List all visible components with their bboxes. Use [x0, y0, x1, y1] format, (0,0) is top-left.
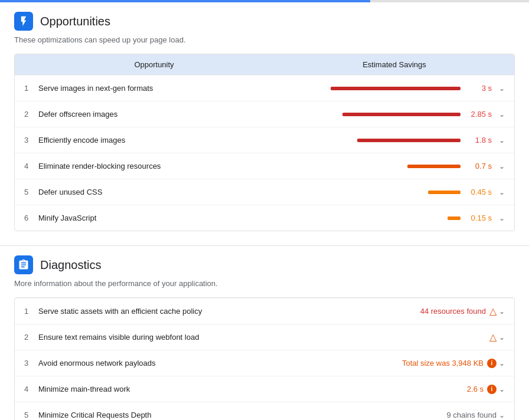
- bar-container: [275, 139, 461, 142]
- table-row[interactable]: 6 Minify JavaScript 0.15 s ⌄: [15, 205, 514, 231]
- row-savings: 2.85 s ⌄: [275, 110, 505, 119]
- info-icon: i: [487, 359, 497, 368]
- row-label: Defer offscreen images: [38, 110, 275, 119]
- row-label: Defer unused CSS: [38, 188, 275, 196]
- diagnostics-header: Diagnostics: [14, 255, 515, 274]
- row-savings: 0.15 s ⌄: [275, 214, 505, 222]
- diag-row[interactable]: 1 Serve static assets with an efficient …: [15, 298, 514, 324]
- row-number: 1: [24, 84, 38, 93]
- diagnostics-title: Diagnostics: [40, 258, 101, 272]
- expand-chevron[interactable]: ⌄: [499, 162, 505, 170]
- diag-row[interactable]: 3 Avoid enormous network payloads Total …: [15, 350, 514, 376]
- row-label: Minify JavaScript: [38, 214, 275, 222]
- diag-label: Avoid enormous network payloads: [38, 359, 402, 368]
- lightning-icon: [18, 15, 30, 27]
- savings-bar: [428, 191, 461, 194]
- status-text: 44 resources found: [420, 307, 486, 316]
- row-number: 1: [24, 307, 38, 316]
- bar-container: [275, 165, 461, 168]
- row-label: Serve images in next-gen formats: [38, 84, 275, 93]
- diag-status: 44 resources found △: [420, 306, 497, 317]
- expand-chevron[interactable]: ⌄: [499, 214, 505, 222]
- status-text: Total size was 3,948 KB: [402, 359, 484, 368]
- header-savings: Estimated Savings: [284, 60, 505, 69]
- table-row[interactable]: 3 Efficiently encode images 1.8 s ⌄: [15, 127, 514, 153]
- savings-value: 0.7 s: [465, 162, 492, 170]
- table-header-row: Opportunity Estimated Savings: [15, 54, 514, 75]
- bar-container: [275, 191, 461, 194]
- diag-status: 2.6 s i: [467, 385, 497, 394]
- status-text: 9 chains found: [446, 411, 497, 419]
- row-number: 4: [24, 162, 38, 170]
- row-label: Eliminate render-blocking resources: [38, 162, 275, 170]
- savings-value: 2.85 s: [465, 110, 492, 119]
- diag-row[interactable]: 2 Ensure text remains visible during web…: [15, 324, 514, 350]
- row-number: 4: [24, 385, 38, 393]
- row-number: 2: [24, 333, 38, 342]
- diagnostics-section: Diagnostics More information about the p…: [0, 245, 529, 420]
- savings-value: 0.45 s: [465, 188, 492, 196]
- header-opportunity: Opportunity: [24, 60, 284, 69]
- diag-row[interactable]: 5 Minimize Critical Requests Depth 9 cha…: [15, 402, 514, 420]
- diag-row[interactable]: 4 Minimize main-thread work 2.6 s i ⌄: [15, 376, 514, 402]
- diagnostics-description: More information about the performance o…: [14, 279, 515, 288]
- savings-bar: [448, 216, 461, 220]
- diag-status: △: [489, 332, 497, 343]
- savings-bar: [407, 165, 461, 168]
- row-number: 5: [24, 411, 38, 419]
- row-label: Efficiently encode images: [38, 136, 275, 145]
- info-icon: i: [487, 385, 497, 394]
- table-row[interactable]: 2 Defer offscreen images 2.85 s ⌄: [15, 101, 514, 127]
- expand-chevron[interactable]: ⌄: [499, 333, 505, 342]
- bar-container: [275, 113, 461, 116]
- diagnostics-icon: [14, 255, 33, 274]
- table-row[interactable]: 4 Eliminate render-blocking resources 0.…: [15, 153, 514, 179]
- row-savings: 1.8 s ⌄: [275, 136, 505, 145]
- savings-value: 1.8 s: [465, 136, 492, 145]
- savings-bar: [357, 139, 461, 142]
- expand-chevron[interactable]: ⌄: [499, 110, 505, 119]
- savings-bar: [331, 87, 461, 90]
- opportunities-icon: [14, 12, 33, 31]
- diag-status: Total size was 3,948 KB i: [402, 359, 497, 368]
- opportunities-title: Opportunities: [40, 15, 110, 28]
- opportunities-table: Opportunity Estimated Savings 1 Serve im…: [14, 54, 515, 231]
- expand-chevron[interactable]: ⌄: [499, 84, 505, 93]
- expand-chevron[interactable]: ⌄: [499, 385, 505, 393]
- row-number: 6: [24, 214, 38, 222]
- diag-label: Ensure text remains visible during webfo…: [38, 333, 489, 342]
- expand-chevron[interactable]: ⌄: [499, 188, 505, 196]
- opportunities-section: Opportunities These optimizations can sp…: [0, 2, 529, 241]
- table-row[interactable]: 5 Defer unused CSS 0.45 s ⌄: [15, 179, 514, 205]
- row-savings: 0.7 s ⌄: [275, 162, 505, 170]
- warning-icon: △: [489, 332, 497, 343]
- diag-label: Minimize Critical Requests Depth: [38, 411, 446, 419]
- expand-chevron[interactable]: ⌄: [499, 411, 505, 419]
- opportunities-header: Opportunities: [14, 12, 515, 31]
- expand-chevron[interactable]: ⌄: [499, 359, 505, 368]
- bar-container: [275, 216, 461, 220]
- warning-icon: △: [489, 306, 497, 317]
- opportunities-description: These optimizations can speed up your pa…: [14, 35, 515, 44]
- table-row[interactable]: 1 Serve images in next-gen formats 3 s ⌄: [15, 75, 514, 101]
- row-savings: 3 s ⌄: [275, 84, 505, 93]
- diagnostics-table: 1 Serve static assets with an efficient …: [14, 297, 515, 420]
- expand-chevron[interactable]: ⌄: [499, 307, 505, 316]
- savings-bar: [342, 113, 461, 116]
- clipboard-icon: [18, 259, 30, 271]
- savings-value: 0.15 s: [465, 214, 492, 222]
- row-number: 3: [24, 136, 38, 145]
- row-number: 5: [24, 188, 38, 196]
- status-text: 2.6 s: [467, 385, 484, 393]
- diag-status: 9 chains found: [446, 411, 497, 419]
- row-savings: 0.45 s ⌄: [275, 188, 505, 196]
- savings-value: 3 s: [465, 84, 492, 93]
- diag-label: Serve static assets with an efficient ca…: [38, 307, 420, 316]
- diag-label: Minimize main-thread work: [38, 385, 467, 393]
- row-number: 2: [24, 110, 38, 119]
- expand-chevron[interactable]: ⌄: [499, 136, 505, 145]
- row-number: 3: [24, 359, 38, 368]
- bar-container: [275, 87, 461, 90]
